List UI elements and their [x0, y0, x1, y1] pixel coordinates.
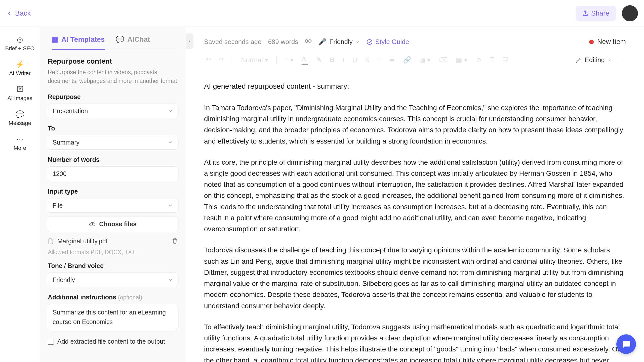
- words-label: Number of words: [48, 156, 178, 163]
- rail-label: Message: [9, 120, 31, 126]
- panel-desc: Repurpose the content in videos, podcast…: [48, 68, 178, 85]
- new-item-button[interactable]: New Item: [589, 38, 626, 46]
- to-label: To: [48, 125, 178, 132]
- choose-files-label: Choose files: [99, 220, 137, 228]
- text-style-dropdown[interactable]: Normal ▾: [239, 55, 270, 65]
- rail-label: AI Images: [7, 95, 32, 102]
- underline-button[interactable]: U: [351, 55, 359, 65]
- paragraph: In Tamara Todorova's paper, "Diminishing…: [204, 102, 626, 147]
- input-type-select[interactable]: File: [48, 198, 178, 213]
- rail-ai-images[interactable]: 🖼 AI Images: [7, 85, 32, 102]
- link-button[interactable]: 🔗: [401, 55, 413, 65]
- chevron-left-icon: [6, 10, 13, 17]
- italic-button[interactable]: I: [341, 55, 346, 65]
- embed-button[interactable]: ▦ ▾: [418, 55, 432, 65]
- choose-files-button[interactable]: Choose files: [48, 216, 178, 232]
- chevron-down-icon: [356, 40, 360, 44]
- file-name: Marginal utility.pdf: [57, 238, 108, 245]
- redo-button[interactable]: ↷: [218, 55, 226, 65]
- paragraph: To effectively teach diminishing margina…: [204, 322, 626, 362]
- svg-point-1: [367, 39, 372, 44]
- tab-label: AI Templates: [61, 35, 105, 43]
- share-label: Share: [591, 10, 609, 17]
- image-icon: 🖼: [16, 85, 23, 94]
- additional-textarea[interactable]: Summarize this content for an eLearning …: [48, 304, 178, 330]
- check-badge-icon: [366, 39, 373, 45]
- back-label: Back: [15, 9, 31, 17]
- style-guide-button[interactable]: Style Guide: [366, 38, 409, 46]
- chat-icon: 💬: [116, 35, 124, 43]
- repurpose-label: Repurpose: [48, 93, 178, 101]
- tone-select[interactable]: Friendly: [48, 273, 178, 287]
- strike-button[interactable]: S: [364, 55, 371, 65]
- input-type-label: Input type: [48, 188, 178, 195]
- ul-button[interactable]: ≡: [376, 55, 383, 65]
- tone-dropdown[interactable]: 🎤 Friendly: [318, 38, 359, 46]
- table-button[interactable]: ▦ ▾: [454, 55, 469, 65]
- bullet-list-button[interactable]: ≡ ▾: [283, 55, 295, 65]
- back-button[interactable]: Back: [6, 9, 31, 17]
- dots-icon: ⋯: [16, 135, 23, 143]
- mic-icon: 🎤: [318, 38, 326, 46]
- avatar[interactable]: [622, 5, 638, 21]
- templates-icon: ▦: [52, 35, 58, 43]
- highlight-button[interactable]: ✎: [315, 55, 323, 65]
- upload-icon: [582, 10, 589, 17]
- repurpose-select[interactable]: Presentation: [48, 104, 178, 118]
- tab-ai-templates[interactable]: ▦ AI Templates: [52, 35, 105, 50]
- rail-label: More: [14, 145, 26, 151]
- additional-label: Additional instructions (optional): [48, 294, 178, 301]
- editing-mode-dropdown[interactable]: Editing: [576, 56, 612, 64]
- cloud-upload-icon: [89, 221, 96, 228]
- rail-brief-seo[interactable]: ◎ Brief + SEO: [5, 35, 35, 52]
- share-button[interactable]: Share: [576, 6, 616, 21]
- status-dot-icon: [589, 40, 594, 44]
- collapse-panel-button[interactable]: [186, 33, 193, 49]
- chat-bubble-icon: [621, 339, 631, 349]
- panel-title: Repurpose content: [48, 57, 178, 65]
- left-rail: ◎ Brief + SEO ⚡ AI Writer 🖼 AI Images 💬 …: [0, 27, 40, 362]
- tab-ai-chat[interactable]: 💬 AIChat: [116, 35, 150, 50]
- word-count: 689 words: [268, 38, 298, 46]
- chevron-left-icon: [188, 39, 191, 44]
- tt-button[interactable]: Ƭ: [489, 55, 496, 65]
- uploaded-file-row: Marginal utility.pdf: [48, 237, 178, 246]
- pencil-icon: [576, 57, 582, 63]
- target-icon: ◎: [17, 35, 23, 44]
- rail-more[interactable]: ⋯ More: [14, 135, 26, 151]
- delete-file-button[interactable]: [172, 238, 178, 245]
- tone-label: Tone / Brand voice: [48, 262, 178, 269]
- clear-format-button[interactable]: ⌫: [437, 55, 449, 65]
- emoji-button[interactable]: ☺: [474, 55, 484, 65]
- content-title: AI generated repurposed content - summar…: [204, 81, 626, 92]
- editing-mode-label: Editing: [585, 56, 605, 64]
- to-select[interactable]: Summary: [48, 135, 178, 150]
- tone-value: Friendly: [329, 38, 352, 46]
- svg-point-0: [307, 40, 309, 42]
- saved-status: Saved seconds ago: [204, 38, 261, 46]
- side-panel: ▦ AI Templates 💬 AIChat Repurpose conten…: [40, 27, 186, 362]
- paragraph: At its core, the principle of diminishin…: [204, 157, 626, 235]
- ol-button[interactable]: ≣: [388, 55, 396, 65]
- add-extracted-checkbox[interactable]: [48, 339, 54, 345]
- words-input[interactable]: [48, 166, 178, 181]
- allowed-formats: Allowed formats PDF, DOCX, TXT: [48, 249, 178, 256]
- rail-label: AI Writer: [9, 70, 30, 77]
- rail-message[interactable]: 💬 Message: [9, 110, 31, 126]
- editor-content[interactable]: AI generated repurposed content - summar…: [204, 71, 626, 362]
- new-item-label: New Item: [597, 38, 626, 46]
- rail-ai-writer[interactable]: ⚡ AI Writer: [9, 60, 30, 77]
- tab-label: AIChat: [127, 35, 150, 43]
- undo-button[interactable]: ↶: [204, 55, 213, 65]
- paragraph: Todorova discusses the challenge of teac…: [204, 245, 626, 311]
- trash-icon: [172, 238, 178, 244]
- checkbox-label: Add extracted file content to the output: [57, 338, 165, 345]
- comment-button[interactable]: 🗨: [501, 55, 510, 65]
- intercom-launcher[interactable]: [616, 334, 636, 354]
- visibility-icon[interactable]: [305, 37, 312, 46]
- more-menu-button[interactable]: ⋯: [616, 55, 626, 65]
- style-guide-label: Style Guide: [375, 38, 409, 46]
- bolt-icon: ⚡: [16, 60, 24, 69]
- text-color-button[interactable]: A: [300, 54, 310, 66]
- bold-button[interactable]: B: [328, 55, 336, 65]
